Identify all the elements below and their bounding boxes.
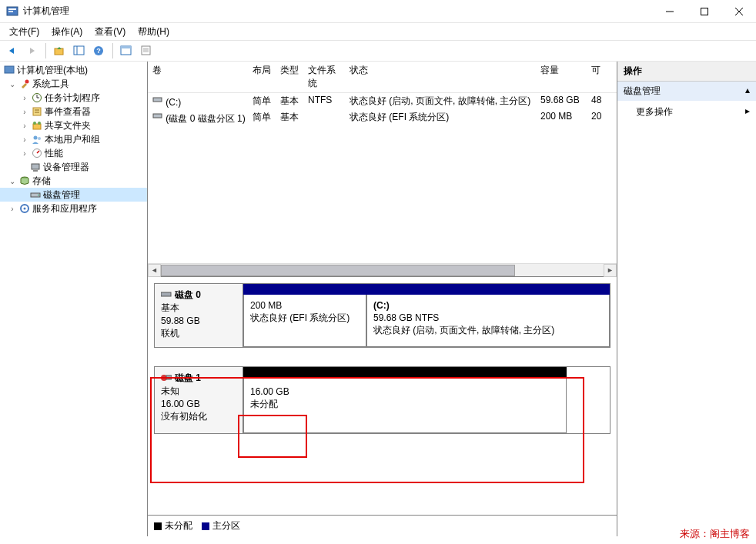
properties-button[interactable] [137,42,156,59]
computer-icon [3,64,15,76]
tree-panel[interactable]: 计算机管理(本地) ⌄ 系统工具 › 任务计划程序 › 事件查看器 › 共享文件… [0,62,148,536]
svg-rect-42 [161,292,171,296]
storage-icon [18,175,31,187]
chevron-right-icon: ▸ [745,105,750,118]
tree-event-viewer[interactable]: › 事件查看器 [0,105,147,118]
col-free[interactable]: 可 [587,62,605,92]
expand-icon[interactable]: › [20,108,29,116]
disk-1-partition-0[interactable]: 16.00 GB 未分配 [243,367,567,433]
watermark: 来源：阁主博客 [680,527,750,541]
expand-icon[interactable]: › [20,94,29,102]
disk-0-partition-1[interactable]: (C:) 59.68 GB NTFS 状态良好 (启动, 页面文件, 故障转储,… [366,284,610,347]
show-hide-tree-button[interactable] [70,42,89,59]
scroll-track[interactable] [161,264,604,277]
legend-primary-swatch [202,522,209,530]
svg-rect-18 [5,66,14,73]
legend: 未分配 主分区 [148,515,617,536]
svg-rect-44 [166,375,172,379]
scroll-thumb[interactable] [161,265,515,276]
menu-action[interactable]: 操作(A) [47,24,87,40]
tree-root[interactable]: 计算机管理(本地) [0,63,147,77]
close-button[interactable] [721,0,756,22]
svg-point-29 [34,136,38,140]
disk-0-partition-0[interactable]: 200 MB 状态良好 (EFI 系统分区) [243,284,366,347]
minimize-button[interactable] [652,0,687,22]
tree-shared-folders[interactable]: › 共享文件夹 [0,118,147,132]
svg-point-30 [38,137,41,140]
col-fs[interactable]: 文件系统 [303,62,345,92]
collapse-icon[interactable]: ⌄ [8,177,17,185]
actions-header: 操作 [617,62,756,82]
volume-rows: (C:) 简单 基本 NTFS 状态良好 (启动, 页面文件, 故障转储, 主分… [148,93,617,263]
scroll-right-button[interactable]: ► [604,264,617,277]
drive-icon [152,111,163,122]
disk-0-row[interactable]: 磁盘 0 基本 59.88 GB 联机 200 MB 状态良好 (EFI 系统分… [154,283,610,348]
svg-point-37 [38,195,39,196]
tools-icon [18,78,31,90]
svg-rect-4 [701,8,707,15]
collapse-icon: ▴ [745,85,750,98]
svg-point-19 [25,80,29,84]
svg-rect-33 [32,164,39,169]
help-button[interactable]: ? [90,42,109,59]
scroll-left-button[interactable]: ◄ [148,264,161,277]
legend-unallocated-swatch [154,522,162,530]
maximize-button[interactable] [687,0,721,22]
center-panel: 卷 布局 类型 文件系统 状态 容量 可 (C:) 简单 基本 NTFS 状态良… [148,62,617,536]
volume-headers: 卷 布局 类型 文件系统 状态 容量 可 [148,62,617,93]
svg-rect-23 [33,108,41,115]
disk-0-label: 磁盘 0 基本 59.88 GB 联机 [155,284,243,347]
expand-icon[interactable]: › [20,135,29,144]
col-status[interactable]: 状态 [345,62,536,92]
menu-view[interactable]: 查看(V) [90,24,130,40]
svg-rect-7 [55,48,63,55]
clock-icon [31,92,43,104]
col-capacity[interactable]: 容量 [536,62,587,92]
tree-task-scheduler[interactable]: › 任务计划程序 [0,91,147,105]
app-icon [6,5,18,18]
refresh-button[interactable] [117,42,135,59]
svg-rect-40 [153,98,162,102]
svg-rect-26 [33,124,41,129]
forward-button[interactable] [23,42,42,59]
col-type[interactable]: 类型 [276,62,303,92]
expand-icon[interactable]: › [20,122,29,130]
svg-rect-13 [121,46,131,48]
disk-error-icon [161,373,172,382]
svg-rect-2 [8,11,13,12]
volume-list: 卷 布局 类型 文件系统 状态 容量 可 (C:) 简单 基本 NTFS 状态良… [148,62,617,277]
menu-file[interactable]: 文件(F) [5,24,44,40]
titlebar: 计算机管理 [0,0,756,23]
expand-icon[interactable]: › [8,205,17,213]
tree-device-manager[interactable]: 设备管理器 [0,160,147,174]
menu-help[interactable]: 帮助(H) [133,24,174,40]
expand-icon[interactable]: › [20,149,29,158]
svg-rect-34 [33,170,38,172]
tree-disk-management[interactable]: 磁盘管理 [0,188,147,202]
disk-1-row[interactable]: 磁盘 1 未知 16.00 GB 没有初始化 16.00 GB 未分配 [154,366,610,434]
tree-local-users[interactable]: › 本地用户和组 [0,132,147,146]
toolbar: ? [0,40,756,62]
actions-more[interactable]: 更多操作 ▸ [617,101,756,123]
scrollbar-horizontal[interactable]: ◄ ► [148,263,617,276]
svg-rect-1 [8,8,16,10]
tree-performance[interactable]: › 性能 [0,146,147,160]
col-layout[interactable]: 布局 [248,62,276,92]
tree-storage[interactable]: ⌄ 存储 [0,174,147,188]
actions-context[interactable]: 磁盘管理 ▴ [617,82,756,101]
volume-row[interactable]: (磁盘 0 磁盘分区 1) 简单 基本 状态良好 (EFI 系统分区) 200 … [148,109,617,127]
svg-point-28 [38,122,41,125]
tree-services[interactable]: › 服务和应用程序 [0,202,147,215]
col-volume[interactable]: 卷 [148,62,248,92]
event-icon [31,105,43,118]
toolbar-separator [45,43,46,58]
svg-point-27 [33,122,36,125]
disk-icon [161,290,172,299]
tree-system-tools[interactable]: ⌄ 系统工具 [0,77,147,91]
collapse-icon[interactable]: ⌄ [8,80,17,88]
up-button[interactable] [50,42,69,59]
volume-row[interactable]: (C:) 简单 基本 NTFS 状态良好 (启动, 页面文件, 故障转储, 主分… [148,93,617,109]
actions-panel: 操作 磁盘管理 ▴ 更多操作 ▸ [617,62,756,536]
svg-rect-8 [74,46,84,55]
back-button[interactable] [3,42,22,59]
